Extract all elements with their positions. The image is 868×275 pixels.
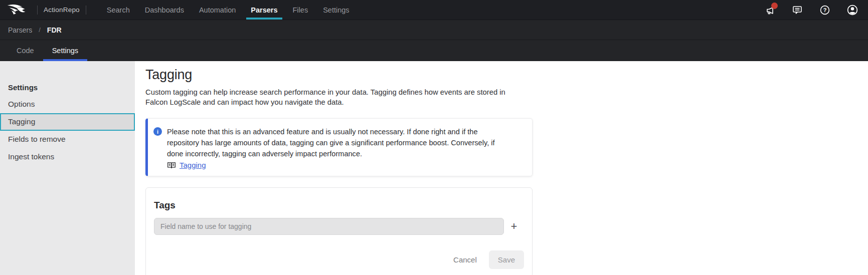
tagging-docs-link[interactable]: Tagging (180, 161, 206, 169)
tags-card-title: Tags (154, 200, 524, 211)
breadcrumb: Parsers / FDR (0, 20, 868, 40)
info-note-text: Please note that this is an advanced fea… (167, 126, 502, 159)
tab-settings[interactable]: Settings (43, 40, 87, 61)
breadcrumb-current-repo: FDR (47, 26, 62, 34)
falcon-icon (7, 3, 26, 17)
sidebar-item-fields-to-remove[interactable]: Fields to remove (0, 131, 135, 148)
documentation-row: Tagging (167, 161, 502, 169)
tags-card: Tags + Cancel Save (145, 187, 533, 275)
feedback-button[interactable] (791, 0, 804, 20)
info-note: i Please note that this is an advanced f… (145, 118, 533, 176)
tab-code[interactable]: Code (8, 40, 43, 61)
tag-field-input[interactable] (154, 218, 504, 235)
breadcrumb-separator: / (39, 26, 41, 34)
tags-card-footer: Cancel Save (154, 250, 524, 269)
save-button[interactable]: Save (489, 250, 524, 269)
help-button[interactable]: ? (818, 0, 831, 20)
nav-item-parsers[interactable]: Parsers (246, 0, 282, 20)
svg-text:?: ? (823, 7, 827, 13)
book-icon (167, 161, 176, 169)
plus-icon: + (511, 220, 517, 233)
main-panel: Tagging Custom tagging can help increase… (135, 61, 868, 275)
help-icon: ? (819, 4, 831, 16)
account-button[interactable] (846, 0, 859, 20)
nav-item-search[interactable]: Search (102, 0, 134, 20)
nav-item-files[interactable]: Files (288, 0, 313, 20)
sidebar-item-ingest-tokens[interactable]: Ingest tokens (0, 148, 135, 166)
nav-item-dashboards[interactable]: Dashboards (140, 0, 189, 20)
sidebar-header: Settings (0, 79, 135, 96)
add-tag-button[interactable]: + (504, 218, 524, 235)
breadcrumb-parsers[interactable]: Parsers (8, 26, 32, 34)
divider (86, 6, 86, 15)
repo-name[interactable]: ActionRepo (44, 6, 80, 14)
content-area: Settings Options Tagging Fields to remov… (0, 61, 868, 275)
top-nav-bar: ActionRepo Search Dashboards Automation … (0, 0, 868, 20)
info-icon: i (153, 127, 162, 136)
nav-item-settings[interactable]: Settings (318, 0, 354, 20)
cancel-button[interactable]: Cancel (448, 251, 482, 268)
tab-bar: Code Settings (0, 40, 868, 61)
message-bubble-icon (791, 4, 803, 16)
divider (37, 6, 38, 15)
unread-badge-dot (771, 3, 778, 9)
settings-sidebar: Settings Options Tagging Fields to remov… (0, 61, 135, 275)
nav-item-automation[interactable]: Automation (195, 0, 240, 20)
tag-input-row: + (154, 218, 524, 235)
user-avatar-icon (846, 4, 859, 17)
announcements-button[interactable] (763, 0, 776, 20)
primary-nav: Search Dashboards Automation Parsers Fil… (99, 0, 357, 20)
page-title: Tagging (145, 66, 868, 83)
info-note-body: Please note that this is an advanced fea… (167, 126, 502, 169)
page-description: Custom tagging can help increase search … (145, 87, 519, 107)
sidebar-item-options[interactable]: Options (0, 96, 135, 113)
sidebar-item-tagging[interactable]: Tagging (0, 113, 135, 131)
spacer (357, 0, 749, 20)
crowdstrike-falcon-logo[interactable] (7, 0, 31, 20)
